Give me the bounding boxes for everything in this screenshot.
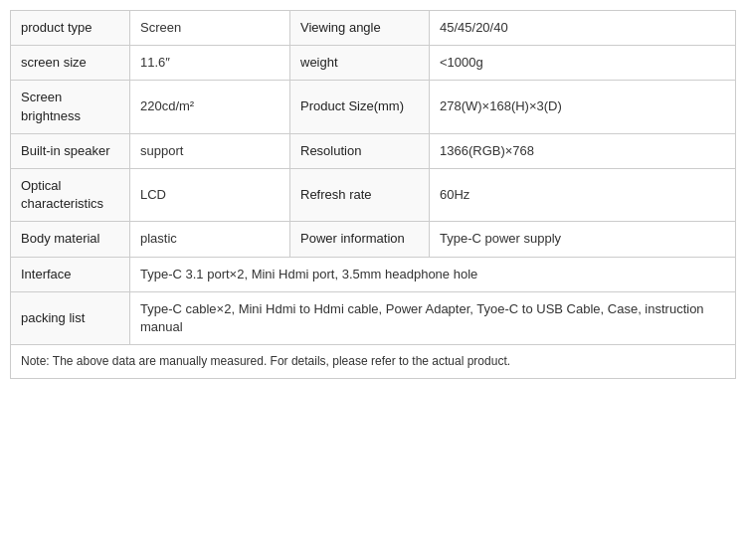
value-product-type: Screen bbox=[130, 11, 290, 46]
value-screen-size: 11.6″ bbox=[130, 46, 290, 81]
label-interface: Interface bbox=[11, 257, 130, 291]
label-screen-brightness: Screen brightness bbox=[11, 81, 130, 133]
value-weight: <1000g bbox=[430, 46, 736, 81]
value-optical-characteristics: LCD bbox=[130, 168, 290, 221]
table-row: Optical characteristics LCD Refresh rate… bbox=[11, 168, 736, 221]
label-optical-characteristics: Optical characteristics bbox=[11, 168, 130, 221]
value-viewing-angle: 45/45/20/40 bbox=[430, 11, 736, 46]
table-row: Body material plastic Power information … bbox=[11, 222, 736, 257]
value-packing-list: Type-C cable×2, Mini Hdmi to Hdmi cable,… bbox=[130, 291, 736, 344]
label-viewing-angle: Viewing angle bbox=[290, 11, 430, 46]
spec-table: product type Screen Viewing angle 45/45/… bbox=[10, 10, 736, 379]
table-row: Built-in speaker support Resolution 1366… bbox=[11, 133, 736, 168]
label-packing-list: packing list bbox=[11, 291, 130, 344]
label-product-size: Product Size(mm) bbox=[290, 81, 430, 133]
label-body-material: Body material bbox=[11, 222, 130, 257]
table-row: screen size 11.6″ weight <1000g bbox=[11, 46, 736, 81]
page-container: product type Screen Viewing angle 45/45/… bbox=[0, 0, 746, 389]
value-screen-brightness: 220cd/m² bbox=[130, 81, 290, 133]
spec-table-wrapper: product type Screen Viewing angle 45/45/… bbox=[0, 0, 746, 389]
label-refresh-rate: Refresh rate bbox=[290, 168, 430, 221]
table-row-interface: Interface Type-C 3.1 port×2, Mini Hdmi p… bbox=[11, 257, 736, 291]
label-power-information: Power information bbox=[290, 222, 430, 257]
value-interface: Type-C 3.1 port×2, Mini Hdmi port, 3.5mm… bbox=[130, 257, 736, 291]
value-power-information: Type-C power supply bbox=[430, 222, 736, 257]
table-row: product type Screen Viewing angle 45/45/… bbox=[11, 11, 736, 46]
label-product-type: product type bbox=[11, 11, 130, 46]
label-builtin-speaker: Built-in speaker bbox=[11, 133, 130, 168]
value-refresh-rate: 60Hz bbox=[430, 168, 736, 221]
value-resolution: 1366(RGB)×768 bbox=[430, 133, 736, 168]
value-builtin-speaker: support bbox=[130, 133, 290, 168]
note-row: Note: The above data are manually measur… bbox=[11, 345, 736, 379]
table-row: Screen brightness 220cd/m² Product Size(… bbox=[11, 81, 736, 133]
value-body-material: plastic bbox=[130, 222, 290, 257]
label-screen-size: screen size bbox=[11, 46, 130, 81]
label-weight: weight bbox=[290, 46, 430, 81]
value-product-size: 278(W)×168(H)×3(D) bbox=[430, 81, 736, 133]
label-resolution: Resolution bbox=[290, 133, 430, 168]
note-text: Note: The above data are manually measur… bbox=[11, 345, 736, 379]
table-row-packing: packing list Type-C cable×2, Mini Hdmi t… bbox=[11, 291, 736, 344]
